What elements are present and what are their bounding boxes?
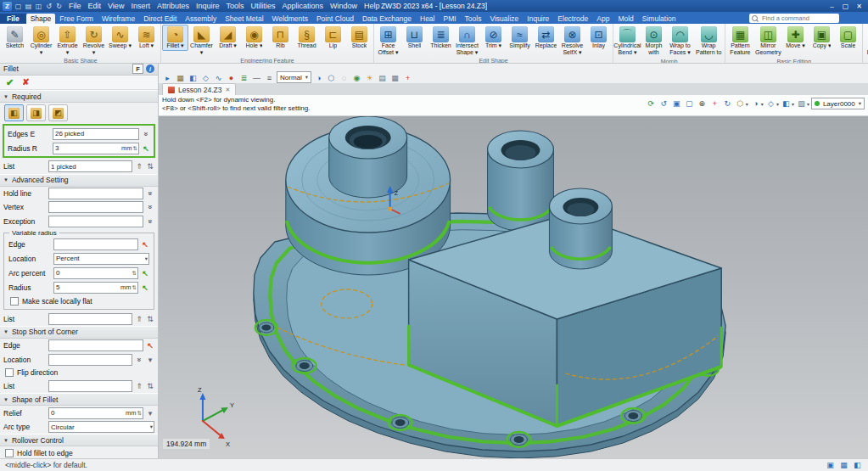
open-file-icon[interactable]: ▤ xyxy=(24,3,33,10)
arc-type-value[interactable] xyxy=(51,423,149,431)
menu-attributes[interactable]: Attributes xyxy=(154,2,193,10)
vr-arc-percent-input[interactable] xyxy=(56,269,132,278)
ribbon-tab-pmi[interactable]: PMI xyxy=(439,14,460,24)
ss-list-input[interactable] xyxy=(48,380,132,392)
panel-options-button[interactable]: F xyxy=(132,64,143,74)
ribbon-button-pattern-feature[interactable]: ▦Pattern Feature ▾ xyxy=(726,25,753,58)
vr-radius-unit[interactable]: mm xyxy=(120,283,132,291)
undo-view-icon[interactable]: ↺ xyxy=(658,98,669,109)
expand-picks-icon[interactable]: » xyxy=(135,356,143,364)
wireframe-display-icon[interactable]: ◇ xyxy=(765,98,776,109)
menu-help[interactable]: Help xyxy=(361,2,384,10)
vr-radius-input[interactable] xyxy=(56,283,120,292)
vr-location-combo[interactable]: ▾ xyxy=(53,253,149,265)
list-sort-icon[interactable]: ⇅ xyxy=(146,382,154,390)
list-sort-icon[interactable]: ⇅ xyxy=(146,315,154,323)
arc-percent-spinner[interactable]: ⇅ xyxy=(132,271,137,276)
appearance-icon[interactable]: ▨ xyxy=(796,98,807,109)
ribbon-button-thicken[interactable]: ≣Thicken xyxy=(428,25,454,51)
ribbon-button-resolve-selfx[interactable]: ⊗Resolve SelfX ▾ xyxy=(559,25,585,57)
required-section-header[interactable]: ▼ Required xyxy=(0,90,158,103)
ribbon-tab-mold[interactable]: Mold xyxy=(613,14,637,24)
ribbon-tab-electrode[interactable]: Electrode xyxy=(553,14,592,24)
expand-picks-icon[interactable]: » xyxy=(146,203,154,211)
relief-input[interactable] xyxy=(51,409,125,418)
display-state-icon[interactable]: ◧ xyxy=(852,460,863,470)
advanced-list-input[interactable] xyxy=(48,313,132,325)
ribbon-tab-assembly[interactable]: Assembly xyxy=(181,14,221,24)
menu-file[interactable]: File xyxy=(65,2,85,10)
model-3d[interactable]: Z Z Y X xyxy=(159,114,868,459)
ribbon-button-replace[interactable]: ⇄Replace xyxy=(533,25,559,51)
relief-unit[interactable]: mm xyxy=(126,409,137,417)
shade-display-icon[interactable]: ◑ xyxy=(750,98,761,109)
dropdown-caret-icon[interactable]: ▾ xyxy=(859,100,861,107)
ss-location-input[interactable] xyxy=(48,354,132,366)
ribbon-button-cylindrical-bend[interactable]: ⌒Cylindrical Bend ▾ xyxy=(614,25,641,57)
fillet-type-edge-button[interactable]: ◧ xyxy=(4,104,24,121)
dropdown-caret-icon[interactable]: ▾ xyxy=(305,74,308,81)
ribbon-button-simplify[interactable]: ≈Simplify xyxy=(507,25,533,51)
ribbon-button-face-offset[interactable]: ⊞Face Offset ▾ xyxy=(375,25,401,57)
expand-picks-icon[interactable]: » xyxy=(146,189,154,198)
shape-section-header[interactable]: ▼ Shape of Fillet xyxy=(0,393,158,406)
pick-radius-icon[interactable]: ↖ xyxy=(142,144,150,153)
layer-combo[interactable]: Layer0000▾ xyxy=(811,98,865,109)
ribbon-button-thread[interactable]: §Thread xyxy=(294,25,320,51)
relief-options-caret-icon[interactable]: ▾ xyxy=(146,409,154,418)
fillet-type-fullround-button[interactable]: ◩ xyxy=(48,104,68,121)
expand-picks-icon[interactable]: » xyxy=(146,217,154,226)
show-entity-icon[interactable]: ◉ xyxy=(351,73,362,83)
ribbon-button-chamfer[interactable]: ◣Chamfer ▾ xyxy=(188,25,215,57)
background-icon[interactable]: ▤ xyxy=(377,73,388,83)
ribbon-button-wrap-to-faces[interactable]: ◠Wrap to Faces ▾ xyxy=(667,25,693,57)
prompt-output-icon[interactable]: ▣ xyxy=(825,460,836,470)
pan-icon[interactable]: + xyxy=(709,98,720,109)
vr-location-value[interactable] xyxy=(56,255,144,263)
ribbon-button-datum-plane[interactable]: ▱Datum Plane ▾ xyxy=(864,25,868,57)
pick-edge-filter-icon[interactable]: ◇ xyxy=(200,73,211,83)
document-tab[interactable]: Lesson 24.Z3 ✕ xyxy=(162,83,236,95)
flip-direction-checkbox[interactable] xyxy=(5,368,14,377)
ribbon-button-fillet[interactable]: ◔Fillet ▾ xyxy=(162,25,188,51)
ribbon-button-sketch[interactable]: ✎Sketch xyxy=(2,25,28,51)
redo-icon[interactable]: ↻ xyxy=(54,3,64,10)
view-iso-icon-caret[interactable]: ▾ xyxy=(746,101,748,107)
close-document-icon[interactable]: ✕ xyxy=(226,87,231,93)
ribbon-tab-tools[interactable]: Tools xyxy=(461,14,486,24)
grid-icon[interactable]: ▦ xyxy=(389,73,400,83)
list-add-icon[interactable]: ⇑ xyxy=(135,315,143,323)
menu-applications[interactable]: Applications xyxy=(279,2,328,10)
rollover-section-header[interactable]: ▼ Rollover Control xyxy=(0,434,158,446)
ribbon-button-stock[interactable]: ▤Stock xyxy=(346,25,372,51)
command-search-input[interactable] xyxy=(760,14,837,23)
maximize-button[interactable]: ▢ xyxy=(839,3,852,10)
menu-window[interactable]: Window xyxy=(327,2,361,10)
zoom-all-icon[interactable]: ▣ xyxy=(671,98,682,109)
vr-edge-input[interactable] xyxy=(53,238,138,250)
ribbon-button-scale[interactable]: ▢Scale xyxy=(835,25,861,51)
hide-entity-icon[interactable]: ◌ xyxy=(339,73,350,83)
arc-type-combo[interactable]: ▾ xyxy=(48,421,154,433)
ribbon-button-lip[interactable]: ⊏Lip xyxy=(320,25,346,51)
exception-input[interactable] xyxy=(48,216,143,227)
menu-insert[interactable]: Insert xyxy=(127,2,154,10)
ribbon-button-intersect-shape[interactable]: ∩Intersect Shape ▾ xyxy=(454,25,480,57)
ribbon-button-hole[interactable]: ◉Hole ▾ xyxy=(241,25,267,51)
shade-mode-icon[interactable]: ◑ xyxy=(313,73,324,83)
menu-utilities[interactable]: Utilities xyxy=(247,2,278,10)
new-file-icon[interactable]: ▢ xyxy=(14,3,23,10)
ribbon-button-wrap-pattern-to-faces[interactable]: ◡Wrap Pattern to Faces xyxy=(693,25,724,58)
ss-edge-input[interactable] xyxy=(48,339,143,351)
shade-display-icon-caret[interactable]: ▾ xyxy=(761,101,764,107)
ribbon-tab-point-cloud[interactable]: Point Cloud xyxy=(312,14,358,24)
menu-view[interactable]: View xyxy=(104,2,127,10)
csys-icon[interactable]: + xyxy=(402,73,413,83)
minimize-button[interactable]: – xyxy=(826,3,838,10)
ribbon-button-sweep[interactable]: ∿Sweep ▾ xyxy=(107,25,133,51)
graphics-area[interactable]: Z Z Y X 194.924 mm xyxy=(159,114,868,459)
fillet-list-input[interactable] xyxy=(48,160,132,172)
menu-inquire[interactable]: Inquire xyxy=(193,2,223,10)
advanced-section-header[interactable]: ▼ Advanced Setting xyxy=(0,174,158,187)
section-view-icon-caret[interactable]: ▾ xyxy=(792,101,794,107)
